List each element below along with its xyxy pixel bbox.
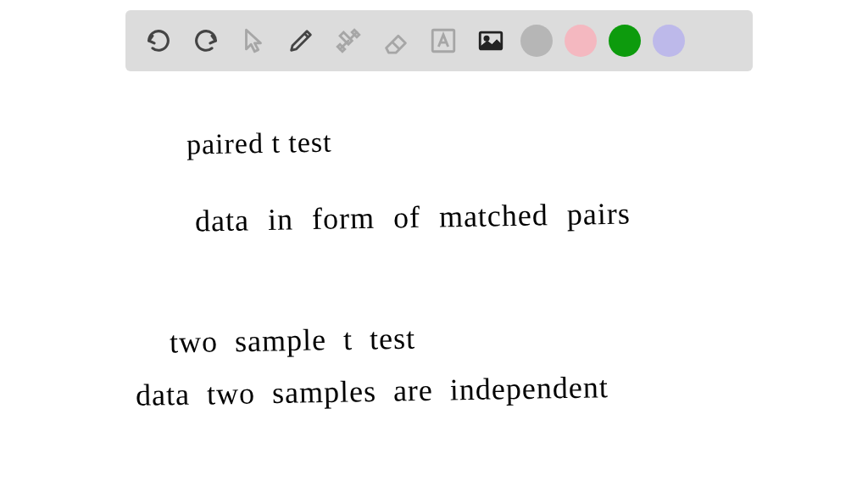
drawing-toolbar	[125, 10, 753, 71]
undo-icon	[144, 26, 173, 55]
redo-button[interactable]	[188, 23, 224, 59]
undo-button[interactable]	[141, 23, 176, 59]
drawing-canvas[interactable]: paired t test data in form of matched pa…	[0, 81, 868, 504]
text-icon	[429, 26, 458, 55]
eraser-button[interactable]	[378, 23, 414, 59]
image-icon	[476, 26, 505, 55]
tools-icon	[334, 26, 363, 55]
pencil-icon	[287, 26, 315, 55]
tools-menu-button[interactable]	[331, 23, 366, 59]
color-lavender[interactable]	[653, 25, 685, 57]
handwritten-text-line-2: data in form of matched pairs	[195, 196, 632, 239]
eraser-icon	[381, 26, 410, 55]
color-gray[interactable]	[520, 25, 553, 57]
text-tool-button[interactable]	[426, 23, 461, 59]
redo-icon	[192, 26, 220, 55]
svg-point-2	[485, 36, 488, 40]
handwritten-text-line-3: two sample t test	[170, 320, 416, 360]
image-tool-button[interactable]	[473, 23, 509, 59]
pencil-button[interactable]	[283, 23, 319, 59]
handwritten-text-line-4: data two samples are independent	[136, 369, 609, 413]
color-pink[interactable]	[565, 25, 597, 57]
handwritten-text-line-1: paired t test	[186, 126, 332, 161]
color-green[interactable]	[609, 25, 641, 57]
pointer-icon	[239, 26, 268, 55]
pointer-button[interactable]	[236, 23, 271, 59]
